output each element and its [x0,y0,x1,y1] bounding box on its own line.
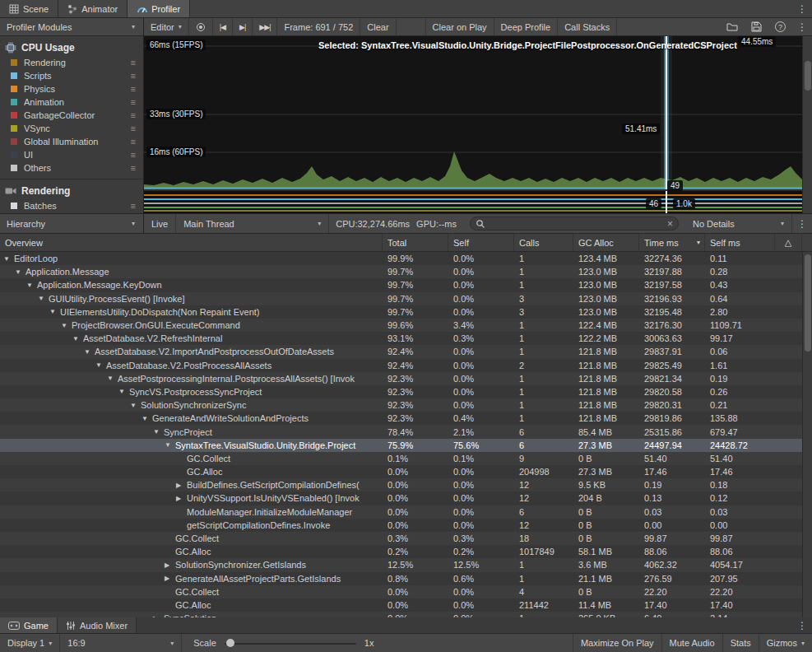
table-row[interactable]: ▼SolutionSynchronizerSync92.3%0.0%1121.8… [0,398,802,412]
table-row[interactable]: ▶SolutionSynchronizer.GetIslands12.5%12.… [0,558,802,571]
foldout-icon[interactable]: ▼ [142,415,152,422]
table-row[interactable]: ModuleManager.InitializeModuleManager0.0… [0,505,802,519]
next-frame-button[interactable]: ▶| [233,18,253,35]
drag-handle-icon[interactable]: ≡ [131,110,136,120]
foldout-icon[interactable]: ▼ [49,308,60,315]
table-row[interactable]: ▶SyncSolution0.0%0.0%1265.0 KB6.402.14 [0,612,802,617]
table-row[interactable]: GC.Collect0.0%0.0%40 B22.2022.20 [0,585,802,598]
chart-series-toggle[interactable]: Others≡ [0,161,143,175]
table-row[interactable]: GC.Alloc0.2%0.2%101784958.1 MB88.0688.06 [0,545,802,558]
foldout-icon[interactable]: ▼ [61,322,72,329]
scale-slider-knob[interactable] [226,639,234,647]
column-self[interactable]: Self [448,234,514,251]
table-scrollbar-thumb[interactable] [805,254,811,352]
table-row[interactable]: ▼AssetDatabase.V2.ImportAndPostprocessOu… [0,345,802,358]
foldout-icon[interactable]: ▶ [176,495,187,502]
chart-series-toggle[interactable]: GarbageCollector≡ [0,109,143,122]
tab-audio-mixer[interactable]: Audio Mixer [58,617,137,633]
chart-series-toggle[interactable]: Scripts≡ [0,69,143,82]
column-self-ms[interactable]: Self ms [705,234,775,251]
table-row[interactable]: GC.Alloc0.0%0.0%21144211.4 MB17.4017.40 [0,598,802,612]
tab-scene[interactable]: Scene [0,0,58,17]
stats-toggle[interactable]: Stats [722,634,759,652]
table-row[interactable]: ▼EditorLoop99.9%0.0%1123.4 MB32274.360.1… [0,252,802,265]
deep-profile-toggle[interactable]: Deep Profile [494,18,559,35]
column-gc-alloc[interactable]: GC Alloc [573,234,639,251]
rendering-module-header[interactable]: Rendering [0,183,143,199]
drag-handle-icon[interactable]: ≡ [131,84,136,94]
table-row[interactable]: GC.Collect0.1%0.1%90 B51.4051.40 [0,452,802,465]
record-button[interactable] [189,18,213,35]
prev-frame-button[interactable]: |◀ [213,18,233,35]
hierarchy-menu-icon[interactable]: ⋮ [792,218,812,230]
chart-series-toggle[interactable]: Animation≡ [0,95,143,109]
foldout-icon[interactable]: ▼ [165,441,175,449]
foldout-icon[interactable]: ▼ [26,282,37,289]
table-row[interactable]: ▼AssetDatabase.V2.RefreshInternal93.1%0.… [0,332,802,345]
table-row[interactable]: GC.Alloc0.0%0.0%20499827.3 MB17.4617.46 [0,465,802,478]
table-row[interactable]: ▼SyntaxTree.VisualStudio.Unity.Bridge.Pr… [0,439,802,452]
table-row[interactable]: ▼SyncVS.PostprocessSyncProject92.3%0.0%1… [0,385,802,398]
chart-series-toggle[interactable]: Physics≡ [0,82,143,95]
foldout-icon[interactable]: ▼ [84,348,95,356]
table-row[interactable]: getScriptCompilationDefines.Invoke0.0%0.… [0,519,802,532]
foldout-icon[interactable]: ▶ [176,482,187,489]
table-scrollbar[interactable] [802,252,812,617]
profiler-modules-dropdown[interactable]: Profiler Modules▾ [0,18,144,35]
cpu-module-header[interactable]: CPU Usage [0,40,143,56]
view-mode-dropdown[interactable]: Hierarchy▾ [0,214,144,233]
thread-dropdown[interactable]: Main Thread▾ [176,214,329,233]
drag-handle-icon[interactable]: ≡ [131,201,136,211]
chart-series-toggle[interactable]: Batches≡ [0,199,143,212]
foldout-icon[interactable]: ▼ [3,255,14,263]
table-row[interactable]: ▼SyncProject78.4%2.1%685.4 MB25315.86679… [0,425,802,438]
table-row[interactable]: ▼AssetDatabase.V2.PostProcessAllAssets92… [0,359,802,372]
column-calls[interactable]: Calls [514,234,573,251]
tab-game[interactable]: Game [0,617,58,633]
scale-slider[interactable] [225,634,356,652]
load-profile-button[interactable] [720,18,745,35]
drag-handle-icon[interactable]: ≡ [131,163,136,173]
tab-animator[interactable]: Animator [58,0,128,17]
column-warnings[interactable]: △ [775,234,802,251]
save-profile-button[interactable] [745,18,768,35]
table-row[interactable]: ▼ProjectBrowser.OnGUI.ExecuteCommand99.6… [0,319,802,332]
table-row[interactable]: ▼Application.Message99.7%0.0%1123.0 MB32… [0,265,802,278]
foldout-icon[interactable]: ▶ [153,615,164,617]
drag-handle-icon[interactable]: ≡ [131,97,136,107]
scale-slider-track[interactable] [225,643,356,645]
foldout-icon[interactable]: ▶ [165,561,175,569]
foldout-icon[interactable]: ▼ [130,402,141,409]
drag-handle-icon[interactable]: ≡ [131,137,136,147]
chart-series-toggle[interactable]: Rendering≡ [0,56,143,69]
drag-handle-icon[interactable]: ≡ [131,150,136,160]
foldout-icon[interactable]: ▶ [165,575,175,582]
table-row[interactable]: ▼GUIUtility.ProcessEvent() [Invoke]99.7%… [0,292,802,305]
clear-button[interactable]: Clear [360,18,396,35]
tab-strip-menu-icon[interactable]: ⋮ [792,0,812,17]
editor-target-dropdown[interactable]: Editor▾ [144,18,189,35]
chart-series-toggle[interactable]: UI≡ [0,148,143,161]
table-row[interactable]: ▶BuildDefines.GetScriptCompilationDefine… [0,478,802,491]
foldout-icon[interactable]: ▼ [95,361,106,369]
help-button[interactable]: ? [768,18,792,35]
table-row[interactable]: GC.Collect0.3%0.3%180 B99.8799.87 [0,532,802,545]
mute-audio-toggle[interactable]: Mute Audio [661,634,722,652]
current-frame-button[interactable]: ▶▶| [253,18,277,35]
tab-profiler[interactable]: Profiler [128,0,190,17]
gizmos-dropdown[interactable]: Gizmos▾ [759,634,812,652]
foldout-icon[interactable]: ▼ [153,428,164,435]
aspect-ratio-dropdown[interactable]: 16:9▾ [60,634,182,652]
foldout-icon[interactable]: ▼ [118,388,129,395]
chart-series-toggle[interactable]: VSync≡ [0,122,143,135]
foldout-icon[interactable]: ▼ [72,335,83,342]
foldout-icon[interactable]: ▼ [38,295,49,302]
search-field[interactable]: × [470,217,679,231]
maximize-on-play-toggle[interactable]: Maximize On Play [573,634,661,652]
chart-scrollbar[interactable] [802,36,812,213]
profiler-window-menu-icon[interactable]: ⋮ [792,18,812,35]
search-input[interactable] [489,219,664,229]
details-mode-dropdown[interactable]: No Details▾ [685,214,792,233]
table-row[interactable]: ▼UIElementsUtility.DoDispatch(Non Repain… [0,305,802,319]
drag-handle-icon[interactable]: ≡ [131,123,136,133]
